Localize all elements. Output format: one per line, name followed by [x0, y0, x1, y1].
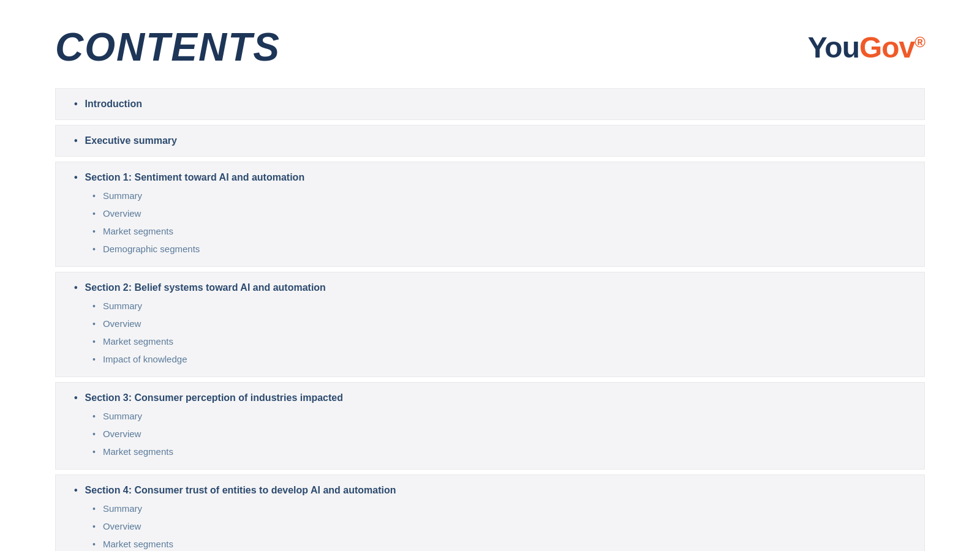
- sub-item-label: Summary: [103, 301, 142, 311]
- sub-bullet-icon: •: [92, 354, 96, 364]
- toc-item-section-3: •Section 3: Consumer perception of indus…: [55, 382, 925, 470]
- sub-item: •Market segments: [92, 444, 906, 459]
- sub-item-label: Overview: [103, 208, 141, 219]
- toc-label-text: Executive summary: [85, 135, 177, 146]
- bullet-icon: •: [74, 485, 78, 496]
- sub-item-label: Overview: [103, 521, 141, 531]
- sub-bullet-icon: •: [92, 504, 96, 514]
- toc-label-text: Section 3: Consumer perception of indust…: [85, 392, 343, 403]
- toc-item-section-4: •Section 4: Consumer trust of entities t…: [55, 474, 925, 551]
- toc-item-label: •Section 3: Consumer perception of indus…: [74, 392, 906, 403]
- sub-item: •Summary: [92, 408, 906, 424]
- toc-item-executive-summary: •Executive summary: [55, 125, 925, 157]
- bullet-icon: •: [74, 172, 78, 183]
- sub-bullet-icon: •: [92, 411, 96, 421]
- toc-item-introduction: •Introduction: [55, 88, 925, 120]
- sub-item-label: Market segments: [103, 336, 173, 347]
- sub-item: •Overview: [92, 316, 906, 331]
- toc-item-section-1: •Section 1: Sentiment toward AI and auto…: [55, 162, 925, 267]
- bullet-icon: •: [74, 135, 78, 146]
- logo-gov: Gov: [859, 31, 914, 64]
- sub-bullet-icon: •: [92, 244, 96, 254]
- sub-item-label: Summary: [103, 190, 142, 201]
- sub-bullet-icon: •: [92, 191, 96, 201]
- sub-item: •Market segments: [92, 536, 906, 551]
- sub-item: •Market segments: [92, 334, 906, 349]
- sub-item-label: Demographic segments: [103, 244, 200, 254]
- sub-items: •Summary•Overview•Market segments: [92, 408, 906, 459]
- contents-list: •Introduction•Executive summary•Section …: [55, 88, 925, 551]
- sub-bullet-icon: •: [92, 539, 96, 549]
- toc-label-text: Section 4: Consumer trust of entities to…: [85, 485, 396, 496]
- toc-item-label: •Executive summary: [74, 135, 906, 146]
- sub-items: •Summary•Overview•Market segments: [92, 501, 906, 551]
- sub-item: •Overview: [92, 426, 906, 441]
- sub-bullet-icon: •: [92, 209, 96, 219]
- bullet-icon: •: [74, 392, 78, 403]
- sub-item-label: Overview: [103, 318, 141, 329]
- toc-label-text: Section 1: Sentiment toward AI and autom…: [85, 172, 305, 183]
- toc-item-label: •Section 4: Consumer trust of entities t…: [74, 485, 906, 496]
- sub-item: •Impact of knowledge: [92, 351, 906, 367]
- sub-item: •Summary: [92, 298, 906, 313]
- yougov-logo: YouGov®: [808, 31, 925, 64]
- logo-you: You: [808, 31, 859, 64]
- toc-item-label: •Introduction: [74, 99, 906, 110]
- page: CONTENTS YouGov® •Introduction•Executive…: [0, 0, 980, 551]
- toc-label-text: Introduction: [85, 99, 142, 110]
- toc-label-text: Section 2: Belief systems toward AI and …: [85, 282, 326, 293]
- sub-item-label: Market segments: [103, 446, 173, 457]
- logo-reg: ®: [914, 34, 925, 50]
- bullet-icon: •: [74, 282, 78, 293]
- sub-bullet-icon: •: [92, 227, 96, 236]
- sub-bullet-icon: •: [92, 337, 96, 347]
- sub-bullet-icon: •: [92, 447, 96, 457]
- sub-item-label: Impact of knowledge: [103, 354, 187, 364]
- sub-item-label: Summary: [103, 503, 142, 514]
- bullet-icon: •: [74, 99, 78, 110]
- sub-item: •Overview: [92, 206, 906, 221]
- sub-item-label: Market segments: [103, 539, 173, 549]
- toc-item-section-2: •Section 2: Belief systems toward AI and…: [55, 272, 925, 377]
- page-title: CONTENTS: [55, 24, 281, 70]
- sub-items: •Summary•Overview•Market segments•Demogr…: [92, 188, 906, 257]
- sub-item: •Summary: [92, 188, 906, 203]
- sub-bullet-icon: •: [92, 319, 96, 329]
- header: CONTENTS YouGov®: [55, 24, 925, 70]
- sub-item-label: Overview: [103, 429, 141, 439]
- toc-item-label: •Section 2: Belief systems toward AI and…: [74, 282, 906, 293]
- sub-item-label: Summary: [103, 411, 142, 421]
- sub-item: •Market segments: [92, 223, 906, 239]
- toc-item-label: •Section 1: Sentiment toward AI and auto…: [74, 172, 906, 183]
- sub-item: •Summary: [92, 501, 906, 516]
- sub-items: •Summary•Overview•Market segments•Impact…: [92, 298, 906, 367]
- sub-bullet-icon: •: [92, 429, 96, 439]
- sub-item-label: Market segments: [103, 226, 173, 236]
- sub-item: •Overview: [92, 519, 906, 534]
- sub-bullet-icon: •: [92, 522, 96, 531]
- sub-item: •Demographic segments: [92, 241, 906, 257]
- sub-bullet-icon: •: [92, 301, 96, 311]
